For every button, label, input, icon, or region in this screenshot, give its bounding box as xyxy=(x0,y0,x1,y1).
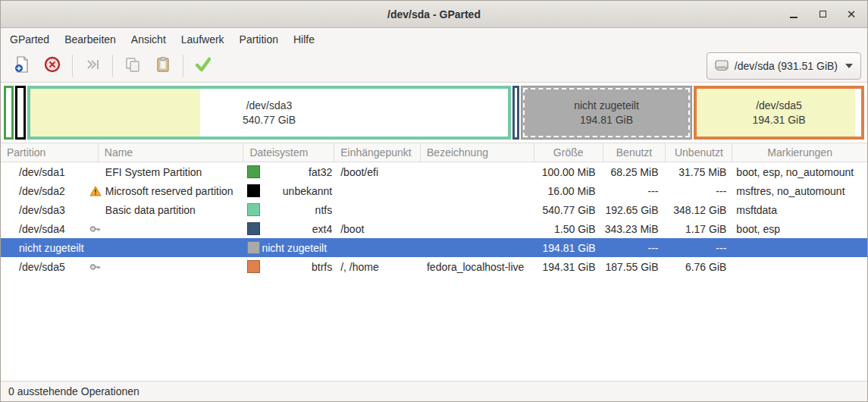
column-header-flags[interactable]: Markierungen xyxy=(732,143,867,162)
chevron-down-icon xyxy=(845,64,853,68)
flags-cell xyxy=(732,257,867,276)
table-row-sda1[interactable]: /dev/sda1 EFI System Partition fat32 /bo… xyxy=(1,162,867,181)
menu-gparted[interactable]: GParted xyxy=(2,30,57,49)
new-partition-button[interactable] xyxy=(7,52,37,80)
label-cell xyxy=(421,162,534,181)
table-row-sda4[interactable]: /dev/sda4 ext4 /boot 1.50 GiB 343.23 MiB… xyxy=(1,219,867,238)
fs-color-swatch xyxy=(247,222,260,235)
delete-partition-button[interactable] xyxy=(37,52,67,80)
paste-icon xyxy=(154,55,172,77)
disk-segment-sda3[interactable]: /dev/sda3 540.77 GiB xyxy=(27,86,511,140)
gparted-window: /dev/sda - GParted ✕ GParted Bearbeiten … xyxy=(0,0,868,402)
segment-label: /dev/sda5 194.31 GiB xyxy=(752,99,805,127)
maximize-icon xyxy=(819,11,826,17)
fs-color-swatch xyxy=(247,184,260,197)
used-space-fill xyxy=(30,89,200,137)
unused-cell: 6.76 GiB xyxy=(666,257,733,276)
column-header-mountpoint[interactable]: Einhängepunkt xyxy=(334,143,421,162)
apply-operations-button[interactable] xyxy=(188,52,218,80)
disk-visual-bar: /dev/sda3 540.77 GiB nicht zugeteilt 194… xyxy=(1,83,867,143)
key-icon xyxy=(89,225,102,234)
window-title: /dev/sda - GParted xyxy=(387,8,481,20)
partition-cell: /dev/sda2 xyxy=(1,181,99,200)
size-cell: 1.50 GiB xyxy=(534,219,603,238)
disk-segment-sda5[interactable]: /dev/sda5 194.31 GiB xyxy=(694,86,864,140)
disk-segment-sda4[interactable] xyxy=(512,86,519,140)
menubar: GParted Bearbeiten Ansicht Laufwerk Part… xyxy=(1,28,867,50)
filesystem-cell: nicht zugeteilt xyxy=(243,238,334,257)
column-header-label[interactable]: Bezeichnung xyxy=(421,143,534,162)
mountpoint-cell xyxy=(334,200,421,219)
column-header-name[interactable]: Name xyxy=(99,143,244,162)
flags-cell: boot, esp, no_automount xyxy=(732,162,867,181)
filesystem-cell: ext4 xyxy=(243,219,334,238)
filesystem-cell: fat32 xyxy=(243,162,334,181)
menu-ansicht[interactable]: Ansicht xyxy=(124,30,174,49)
column-header-used[interactable]: Benutzt xyxy=(603,143,666,162)
warning-icon xyxy=(89,186,102,196)
titlebar: /dev/sda - GParted ✕ xyxy=(1,1,867,28)
segment-label: nicht zugeteilt 194.81 GiB xyxy=(574,99,639,127)
menu-bearbeiten[interactable]: Bearbeiten xyxy=(57,30,124,49)
segment-label: /dev/sda3 540.77 GiB xyxy=(243,99,296,127)
window-controls: ✕ xyxy=(785,1,860,27)
disk-segment-sda1[interactable] xyxy=(4,86,14,140)
used-cell: 187.55 GiB xyxy=(603,257,666,276)
used-cell: 68.25 MiB xyxy=(603,162,666,181)
label-cell xyxy=(421,238,534,257)
pending-operations-text: 0 ausstehende Operationen xyxy=(8,385,139,397)
name-cell xyxy=(99,219,244,238)
disk-segment-sda2[interactable] xyxy=(15,86,26,140)
unused-cell: 348.12 GiB xyxy=(666,200,733,219)
menu-laufwerk[interactable]: Laufwerk xyxy=(174,30,232,49)
resize-move-icon xyxy=(83,55,102,77)
table-row-sda3[interactable]: /dev/sda3 Basic data partition ntfs 540.… xyxy=(1,200,867,219)
mountpoint-cell: /, /home xyxy=(334,257,421,276)
unused-cell: 31.75 MiB xyxy=(666,162,732,181)
filesystem-cell: ntfs xyxy=(243,200,334,219)
partition-cell: /dev/sda1 xyxy=(1,162,99,181)
flags-cell xyxy=(732,238,867,257)
table-empty-area xyxy=(1,276,867,381)
table-row-unallocated[interactable]: nicht zugeteilt nicht zugeteilt 194.81 G… xyxy=(1,238,867,257)
mountpoint-cell: /boot xyxy=(334,219,421,238)
column-header-partition[interactable]: Partition xyxy=(1,143,99,162)
size-cell: 100.00 MiB xyxy=(534,162,603,181)
mountpoint-cell: /boot/efi xyxy=(334,162,421,181)
disk-segment-unallocated[interactable]: nicht zugeteilt 194.81 GiB xyxy=(521,86,692,140)
disk-drive-icon xyxy=(713,57,730,76)
column-header-filesystem[interactable]: Dateisystem xyxy=(243,143,334,162)
apply-check-icon xyxy=(193,55,213,77)
name-cell xyxy=(99,238,244,257)
menu-partition[interactable]: Partition xyxy=(232,30,286,49)
menu-hilfe[interactable]: Hilfe xyxy=(286,30,322,49)
filesystem-cell: unbekannt xyxy=(243,181,334,200)
column-header-unused[interactable]: Unbenutzt xyxy=(666,143,732,162)
label-cell: fedora_localhost-live xyxy=(421,257,534,276)
mountpoint-cell xyxy=(334,181,421,200)
unused-cell: --- xyxy=(666,238,732,257)
used-cell: 343.23 MiB xyxy=(603,219,666,238)
device-selector[interactable]: /dev/sda (931.51 GiB) xyxy=(707,52,861,80)
table-row-sda5[interactable]: /dev/sda5 btrfs /, /home fedora_localhos… xyxy=(1,257,867,276)
device-selector-label: /dev/sda (931.51 GiB) xyxy=(735,60,838,72)
column-header-size[interactable]: Größe xyxy=(534,143,603,162)
resize-move-button[interactable] xyxy=(77,52,108,80)
paste-button[interactable] xyxy=(148,52,178,80)
partition-cell: /dev/sda3 xyxy=(1,200,99,219)
copy-button[interactable] xyxy=(118,52,148,80)
label-cell xyxy=(421,181,534,200)
partition-cell: nicht zugeteilt xyxy=(1,238,99,257)
toolbar-separator xyxy=(72,55,73,77)
toolbar-separator xyxy=(183,55,183,77)
table-row-sda2[interactable]: /dev/sda2 Microsoft reserved partition u… xyxy=(1,181,867,200)
close-button[interactable]: ✕ xyxy=(843,6,860,23)
used-cell: --- xyxy=(603,181,666,200)
fs-color-swatch xyxy=(247,260,260,273)
maximize-button[interactable] xyxy=(814,6,831,23)
partition-table: Partition Name Dateisystem Einhängepunkt… xyxy=(1,143,867,381)
name-cell xyxy=(99,257,244,276)
filesystem-cell: btrfs xyxy=(243,257,334,276)
minimize-button[interactable] xyxy=(785,6,802,23)
statusbar: 0 ausstehende Operationen xyxy=(1,381,867,401)
